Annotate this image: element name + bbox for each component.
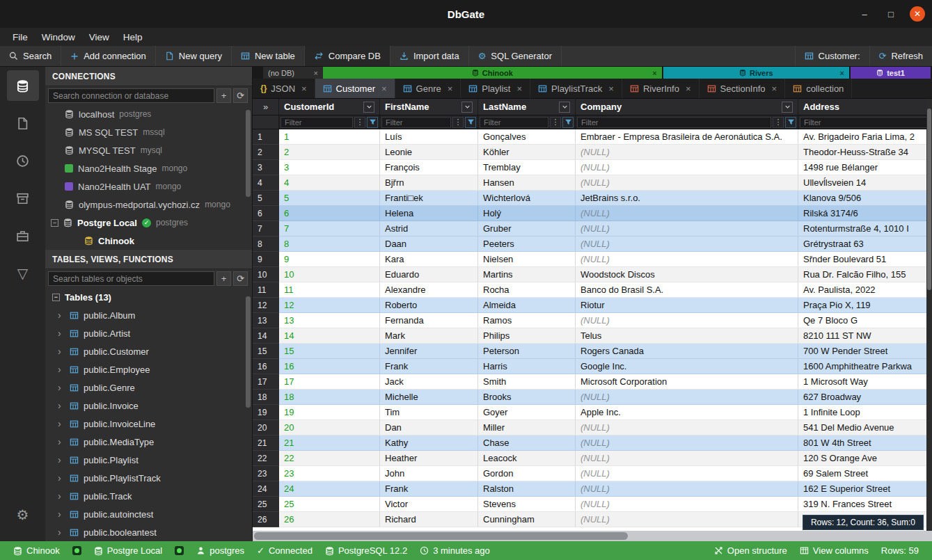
cell-company[interactable]: (NULL) xyxy=(576,451,798,466)
maximize-button[interactable]: □ xyxy=(883,6,899,22)
column-header-company[interactable]: Company xyxy=(576,99,798,115)
cell-firstname[interactable]: Bjřrn xyxy=(380,175,478,191)
row-number[interactable]: 12 xyxy=(253,298,279,313)
cell-address[interactable]: 541 Del Medio Avenue xyxy=(798,420,932,435)
cell-company[interactable]: (NULL) xyxy=(576,252,798,267)
cell-company[interactable]: Riotur xyxy=(576,298,798,313)
expand-icon[interactable]: › xyxy=(58,527,65,538)
table-item-public-genre[interactable]: ›public.Genre xyxy=(45,378,252,397)
row-number[interactable]: 15 xyxy=(253,344,279,359)
cell-address[interactable]: 700 W Pender Street xyxy=(798,344,932,359)
cell-firstname[interactable]: Helena xyxy=(380,206,478,221)
tab-genre[interactable]: Genre× xyxy=(395,79,461,98)
cell-firstname[interactable]: Leonie xyxy=(380,145,478,160)
cell-firstname[interactable]: Kara xyxy=(380,252,478,267)
row-number[interactable]: 8 xyxy=(253,237,279,252)
connection-item-olympus-medportal-vychozi-cz[interactable]: olympus-medportal.vychozi.czmongo xyxy=(45,195,252,214)
row-number[interactable]: 22 xyxy=(253,451,279,466)
cell-customerid[interactable]: 14 xyxy=(279,328,380,344)
collapse-icon[interactable]: − xyxy=(51,219,58,227)
cell-company[interactable]: (NULL) xyxy=(576,313,798,328)
cell-lastname[interactable]: Gruber xyxy=(478,221,576,237)
cell-customerid[interactable]: 3 xyxy=(279,160,380,175)
close-window-button[interactable]: ✕ xyxy=(910,6,925,22)
cell-lastname[interactable]: Ralston xyxy=(478,481,576,497)
tab-json[interactable]: {}JSON× xyxy=(253,79,315,98)
cell-address[interactable]: Theodor-Heuss-Straße 34 xyxy=(798,145,932,160)
tab-customer[interactable]: Customer× xyxy=(315,79,395,98)
row-number[interactable]: 24 xyxy=(253,481,279,497)
cell-address[interactable]: 1 Infinite Loop xyxy=(798,405,932,420)
cell-company[interactable]: Rogers Canada xyxy=(576,344,798,359)
cell-lastname[interactable]: Peterson xyxy=(478,344,576,359)
table-item-public-customer[interactable]: ›public.Customer xyxy=(45,342,252,360)
expand-icon[interactable]: › xyxy=(58,364,65,375)
cell-lastname[interactable]: Miller xyxy=(478,420,576,435)
filter-funnel-button[interactable] xyxy=(562,117,574,128)
cell-lastname[interactable]: Gonçalves xyxy=(478,129,576,145)
cell-customerid[interactable]: 10 xyxy=(279,267,380,282)
expand-icon[interactable]: › xyxy=(58,418,65,429)
history-nav-button[interactable] xyxy=(7,145,39,176)
cell-company[interactable]: (NULL) xyxy=(576,466,798,481)
connections-refresh-button[interactable]: ⟳ xyxy=(233,88,248,103)
cell-firstname[interactable]: Richard xyxy=(380,512,478,527)
cell-lastname[interactable]: Peeters xyxy=(478,237,576,252)
expand-icon[interactable]: › xyxy=(58,490,65,502)
cell-company[interactable]: (NULL) xyxy=(576,175,798,191)
filter-funnel-button[interactable] xyxy=(785,117,796,128)
connection-item-postgre-local[interactable]: −Postgre Local✓postgres xyxy=(45,214,252,232)
row-number[interactable]: 14 xyxy=(253,328,279,344)
cell-address[interactable]: 1 Microsoft Way xyxy=(798,374,932,390)
cell-firstname[interactable]: John xyxy=(380,466,478,481)
cell-lastname[interactable]: Leacock xyxy=(478,451,576,466)
close-icon[interactable]: × xyxy=(381,83,387,94)
cell-company[interactable]: JetBrains s.r.o. xyxy=(576,191,798,206)
close-icon[interactable]: × xyxy=(516,83,522,94)
filter-input-firstname[interactable] xyxy=(381,117,451,128)
table-item-public-invoiceline[interactable]: ›public.InvoiceLine xyxy=(45,415,252,433)
close-icon[interactable]: × xyxy=(772,83,777,94)
cell-address[interactable]: Grétrystraat 63 xyxy=(798,237,932,252)
cell-company[interactable]: (NULL) xyxy=(576,512,798,527)
column-header-lastname[interactable]: LastName xyxy=(478,99,576,115)
table-item-public-playlisttrack[interactable]: ›public.PlaylistTrack xyxy=(45,469,252,487)
cell-address[interactable]: Qe 7 Bloco G xyxy=(798,313,932,328)
cell-address[interactable]: Rua Dr. Falcão Filho, 155 xyxy=(798,267,932,282)
toolbar-import-data-button[interactable]: Import data xyxy=(390,46,469,66)
cell-firstname[interactable]: Dan xyxy=(380,420,478,435)
row-number[interactable]: 13 xyxy=(253,313,279,328)
panel-scrollbar-thumb[interactable] xyxy=(246,296,251,408)
cell-lastname[interactable]: Harris xyxy=(478,359,576,374)
cell-address[interactable]: 162 E Superior Street xyxy=(798,481,932,497)
grid-horizontal-scrollbar[interactable] xyxy=(253,531,932,541)
tab-collection[interactable]: collection xyxy=(785,79,852,98)
cell-lastname[interactable]: Philips xyxy=(478,328,576,344)
row-number[interactable]: 3 xyxy=(253,160,279,175)
connection-item-localhost[interactable]: localhostpostgres xyxy=(45,105,252,123)
cell-customerid[interactable]: 25 xyxy=(279,497,380,512)
toolbar-new-query-button[interactable]: New query xyxy=(156,46,232,66)
close-icon[interactable]: × xyxy=(448,83,453,94)
expand-icon[interactable]: › xyxy=(58,382,65,393)
db-tab-no-db[interactable]: (no DB)× xyxy=(263,67,323,79)
cell-customerid[interactable]: 2 xyxy=(279,145,380,160)
cell-firstname[interactable]: François xyxy=(380,160,478,175)
menu-item-view[interactable]: View xyxy=(82,30,116,45)
filter-input-address[interactable] xyxy=(800,117,930,128)
cell-company[interactable]: (NULL) xyxy=(576,481,798,497)
column-header-firstname[interactable]: FirstName xyxy=(380,99,478,115)
row-number[interactable]: 17 xyxy=(253,374,279,390)
cell-company[interactable]: (NULL) xyxy=(576,145,798,160)
cell-lastname[interactable]: Smith xyxy=(478,374,576,390)
briefcase-nav-button[interactable] xyxy=(7,221,39,251)
cell-firstname[interactable]: Kathy xyxy=(380,435,478,451)
cell-company[interactable]: Embraer - Empresa Brasileira de Aeronáut… xyxy=(576,129,798,145)
grid-vertical-scrollbar-thumb[interactable] xyxy=(927,109,931,290)
cell-firstname[interactable]: Victor xyxy=(380,497,478,512)
database-nav-button[interactable] xyxy=(7,70,39,101)
cell-firstname[interactable]: Michelle xyxy=(380,390,478,405)
cell-lastname[interactable]: Goyer xyxy=(478,405,576,420)
cell-company[interactable]: Microsoft Corporation xyxy=(576,374,798,390)
status-open-structure[interactable]: Open structure xyxy=(708,545,793,556)
